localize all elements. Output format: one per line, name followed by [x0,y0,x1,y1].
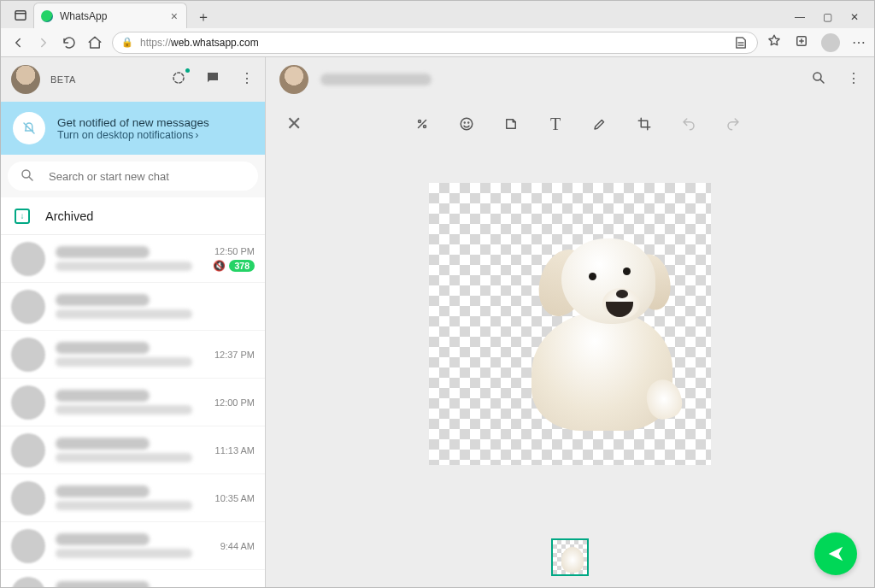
send-button[interactable] [814,532,857,575]
chat-header: ⋮ [266,57,874,102]
archive-icon [15,209,30,224]
beta-label: BETA [50,74,76,85]
muted-icon: 🔇 [213,260,226,272]
new-chat-icon[interactable] [205,70,220,89]
archived-row[interactable]: Archived [1,197,265,235]
search-field[interactable] [47,169,246,184]
browser-menu-icon[interactable]: ⋯ [852,34,866,50]
svg-point-4 [813,73,821,80]
chat-item[interactable]: 12:50 PM 🔇378 [1,235,265,283]
new-tab-button[interactable]: ＋ [192,6,214,28]
browser-tab[interactable]: WhatsApp × [33,3,187,28]
crop-outline-icon[interactable] [414,115,431,134]
nav-back-button[interactable] [9,34,26,51]
chat-time: 9:44 AM [220,541,255,551]
search-input[interactable] [8,162,258,191]
draw-icon[interactable] [591,115,608,134]
sidebar: BETA ⋮ Get notified of new messages Turn… [1,57,266,587]
chat-item[interactable]: 12:37 PM [1,331,265,379]
window-minimize-button[interactable]: — [794,11,806,23]
sticker-canvas[interactable] [429,183,711,465]
profile-avatar[interactable] [821,33,840,52]
address-bar[interactable]: 🔒 https://web.whatsapp.com [112,32,758,54]
chat-item[interactable]: 12:00 PM [1,379,265,426]
chevron-right-icon: › [195,129,198,141]
redo-icon[interactable] [725,115,742,134]
whatsapp-app: BETA ⋮ Get notified of new messages Turn… [1,57,874,587]
whatsapp-favicon [41,10,53,22]
tab-strip: WhatsApp × ＋ [8,3,794,28]
chat-list[interactable]: 12:50 PM 🔇378 12:37 PM 12:00 PM 11:13 AM… [1,235,265,587]
browser-toolbar: 🔒 https://web.whatsapp.com ⋯ [1,28,874,57]
tab-overview-button[interactable] [8,3,33,28]
contact-name[interactable] [320,74,432,85]
url-text: https://web.whatsapp.com [140,37,259,49]
sidebar-header: BETA ⋮ [1,57,265,102]
svg-point-7 [461,118,473,130]
chat-time: 11:13 AM [215,445,255,456]
browser-titlebar: WhatsApp × ＋ — ▢ ✕ [1,1,874,28]
svg-point-9 [468,122,469,123]
undo-icon[interactable] [680,115,697,134]
contact-avatar[interactable] [279,65,308,94]
thumbnail-strip [266,527,874,587]
svg-rect-0 [15,11,26,21]
tab-title: WhatsApp [60,10,164,22]
status-icon[interactable] [171,70,186,89]
window-controls: — ▢ ✕ [794,11,867,28]
search-icon [20,168,35,185]
svg-point-3 [22,170,30,178]
nav-refresh-button[interactable] [61,34,78,51]
archived-label: Archived [45,209,93,223]
tab-close-icon[interactable]: × [171,9,178,23]
collections-icon[interactable] [794,33,809,52]
sticker-icon[interactable] [502,115,520,134]
chat-item[interactable]: 9:44 AM [1,522,265,570]
sticker-thumbnail[interactable] [551,538,589,576]
svg-point-5 [419,121,421,123]
text-icon[interactable]: T [547,115,564,134]
nav-forward-button[interactable] [35,34,52,51]
window-maximize-button[interactable]: ▢ [821,11,833,23]
crop-icon[interactable] [636,115,653,134]
editor-toolbar: T [414,115,742,134]
svg-point-2 [173,73,184,83]
chat-time: 12:37 PM [214,350,255,360]
sidebar-menu-icon[interactable]: ⋮ [239,70,255,89]
header-search-icon[interactable] [811,70,826,89]
main-panel: ⋮ ✕ T [266,57,874,587]
chat-item[interactable] [1,283,265,331]
svg-point-6 [424,126,426,128]
notification-banner[interactable]: Get notified of new messages Turn on des… [1,102,265,155]
unread-badge: 378 [229,260,255,272]
bell-off-icon [13,112,45,144]
chat-item[interactable]: 10:35 AM [1,474,265,522]
svg-point-8 [464,122,465,123]
chat-time: 10:35 AM [215,493,255,503]
chat-time: 12:00 PM [214,397,255,408]
emoji-icon[interactable] [458,115,475,134]
nav-home-button[interactable] [86,34,103,51]
sticker-editor: ✕ T [266,102,874,587]
chat-item[interactable]: 11:13 AM [1,426,265,474]
favorites-icon[interactable] [766,33,782,52]
notification-title: Get notified of new messages [57,116,209,129]
chat-avatar [11,242,45,276]
chat-item[interactable]: 9:01 AM [1,570,265,587]
notification-action[interactable]: Turn on desktop notifications› [57,129,209,141]
reader-mode-icon[interactable] [733,35,749,50]
user-avatar[interactable] [11,65,40,94]
chat-time: 12:50 PM [214,246,255,256]
header-menu-icon[interactable]: ⋮ [847,70,860,89]
window-close-button[interactable]: ✕ [849,11,860,23]
sticker-subject [510,230,672,426]
lock-icon: 🔒 [121,37,133,48]
editor-close-icon[interactable]: ✕ [286,113,302,135]
